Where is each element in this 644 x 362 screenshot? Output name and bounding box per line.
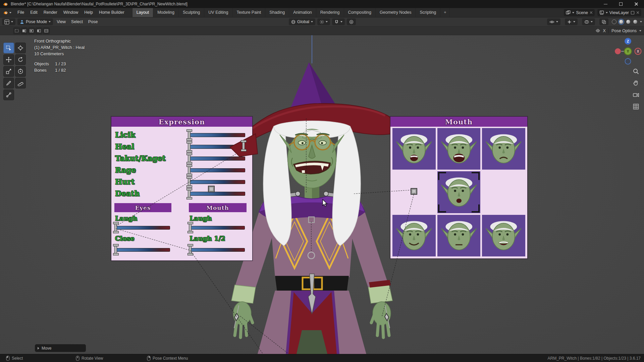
maximize-button[interactable] xyxy=(613,0,629,8)
option-toggle-1[interactable] xyxy=(13,27,20,34)
zoom-button[interactable] xyxy=(632,67,640,75)
close-button[interactable] xyxy=(629,0,644,8)
workspace-tab-rendering[interactable]: Rendering xyxy=(316,8,344,17)
new-layer-icon[interactable] xyxy=(631,11,635,15)
shading-solid-button[interactable] xyxy=(619,19,624,24)
mouth-pose-neutral[interactable] xyxy=(437,215,481,256)
mode-selector[interactable]: Pose Mode xyxy=(17,18,53,25)
workspace-tab-compositing[interactable]: Compositing xyxy=(344,8,376,17)
navigation-gizmo[interactable]: Z X Y xyxy=(613,37,643,66)
eyes-close-slider[interactable] xyxy=(115,248,170,252)
mouth-laugh-slider[interactable] xyxy=(190,226,245,230)
slider-handle[interactable] xyxy=(188,178,191,186)
menu-home-builder[interactable]: Home Builder xyxy=(96,8,127,17)
shading-wireframe-button[interactable] xyxy=(612,19,616,24)
pivot-point-button[interactable] xyxy=(317,18,330,25)
workspace-tab-uv-editing[interactable]: UV Editing xyxy=(204,8,232,17)
heal-slider-track[interactable] xyxy=(189,145,245,149)
hurt-slider-track[interactable] xyxy=(189,180,245,184)
rotate-tool[interactable] xyxy=(15,54,26,65)
mouth-pose-smile[interactable] xyxy=(392,215,436,256)
scene-selector[interactable]: Scene xyxy=(564,9,594,16)
slider-handle[interactable] xyxy=(188,131,191,139)
pose-menu[interactable]: Pose xyxy=(86,17,101,26)
slider-handle[interactable] xyxy=(188,155,191,163)
move-tool[interactable] xyxy=(3,54,14,65)
menu-window[interactable]: Window xyxy=(60,8,81,17)
option-toggle-5[interactable] xyxy=(43,27,50,34)
remove-layer-icon[interactable] xyxy=(636,11,639,14)
death-slider-track[interactable] xyxy=(189,192,245,196)
slider-handle[interactable] xyxy=(188,190,191,198)
workspace-tab-shading[interactable]: Shading xyxy=(265,8,289,17)
mouth-pose-open-smile[interactable] xyxy=(482,215,525,256)
takut-slider-track[interactable] xyxy=(189,157,245,161)
shading-rendered-button[interactable] xyxy=(633,19,638,24)
slider-handle[interactable] xyxy=(188,166,191,174)
view-menu[interactable]: View xyxy=(54,17,68,26)
blender-menu-button[interactable] xyxy=(0,10,14,15)
eyes-laugh-slider[interactable] xyxy=(115,226,170,230)
gizmo-z-neg-axis[interactable] xyxy=(625,59,631,64)
slider-handle[interactable] xyxy=(114,224,117,232)
slider-handle[interactable] xyxy=(188,143,191,151)
pose-options-dropdown[interactable]: Pose Options xyxy=(611,28,637,33)
viewlayer-selector[interactable]: ViewLayer xyxy=(597,9,641,16)
unlink-icon[interactable] xyxy=(590,11,593,14)
cursor-tool[interactable] xyxy=(15,43,26,53)
menu-file[interactable]: File xyxy=(14,8,27,17)
select-menu[interactable]: Select xyxy=(68,17,86,26)
editor-type-button[interactable] xyxy=(2,18,15,25)
add-workspace-button[interactable]: + xyxy=(440,8,450,17)
3d-viewport[interactable]: Front Orthographic (1) ARM_PR_Witch : He… xyxy=(0,35,644,354)
pan-button[interactable] xyxy=(632,79,640,87)
breakdowner-tool[interactable] xyxy=(3,89,14,100)
menu-render[interactable]: Render xyxy=(41,8,60,17)
workspace-tab-layout[interactable]: Layout xyxy=(132,8,154,17)
workspace-tab-sculpting[interactable]: Sculpting xyxy=(179,8,204,17)
visibility-toggle[interactable] xyxy=(547,18,560,25)
measure-tool[interactable] xyxy=(15,78,26,88)
mouth-pose-frown[interactable] xyxy=(482,128,525,170)
mouth-laugh-half-slider[interactable] xyxy=(190,248,245,252)
camera-view-button[interactable] xyxy=(632,91,640,99)
toggle-grid-button[interactable] xyxy=(632,103,640,111)
option-toggle-2[interactable] xyxy=(21,27,28,34)
workspace-tab-animation[interactable]: Animation xyxy=(289,8,316,17)
mouth-bone-widget[interactable] xyxy=(411,188,417,195)
workspace-tab-scripting[interactable]: Scripting xyxy=(416,8,440,17)
death-bone-widget[interactable] xyxy=(208,186,215,192)
mouth-pose-open[interactable] xyxy=(392,128,436,170)
snap-toggle[interactable] xyxy=(332,18,345,25)
workspace-tab-modeling[interactable]: Modeling xyxy=(153,8,179,17)
workspace-tab-geometry-nodes[interactable]: Geometry Nodes xyxy=(376,8,416,17)
operator-panel[interactable]: Move xyxy=(35,344,86,352)
transform-tool[interactable] xyxy=(15,66,26,77)
mouth-pose-wide-open[interactable] xyxy=(437,128,481,170)
slider-handle[interactable] xyxy=(189,246,192,254)
option-toggle-3[interactable] xyxy=(28,27,35,34)
annotate-tool[interactable] xyxy=(3,78,14,88)
licik-slider-track[interactable] xyxy=(189,133,245,137)
menu-edit[interactable]: Edit xyxy=(27,8,41,17)
scale-tool[interactable] xyxy=(3,66,14,77)
mirror-x-label[interactable]: X xyxy=(603,28,606,33)
proportional-edit-toggle[interactable] xyxy=(347,18,356,25)
shading-material-button[interactable] xyxy=(626,19,631,24)
minimize-button[interactable] xyxy=(598,0,613,8)
hat-bone-widget[interactable] xyxy=(242,142,245,150)
workspace-tab-texture-paint[interactable]: Texture Paint xyxy=(232,8,265,17)
rage-slider-track[interactable] xyxy=(189,168,245,172)
option-toggle-4[interactable] xyxy=(36,27,42,34)
select-box-tool[interactable] xyxy=(3,43,14,53)
witch-character[interactable] xyxy=(0,35,644,354)
slider-handle[interactable] xyxy=(189,224,192,232)
gizmos-toggle[interactable] xyxy=(565,18,578,25)
orientation-selector[interactable]: Global xyxy=(289,18,315,25)
gizmo-x-neg-axis[interactable] xyxy=(615,48,621,54)
slider-handle[interactable] xyxy=(114,246,117,254)
overlays-toggle[interactable] xyxy=(582,18,595,25)
xray-toggle[interactable] xyxy=(599,18,608,25)
menu-help[interactable]: Help xyxy=(81,8,96,17)
mouth-pose-selected[interactable] xyxy=(437,171,481,213)
